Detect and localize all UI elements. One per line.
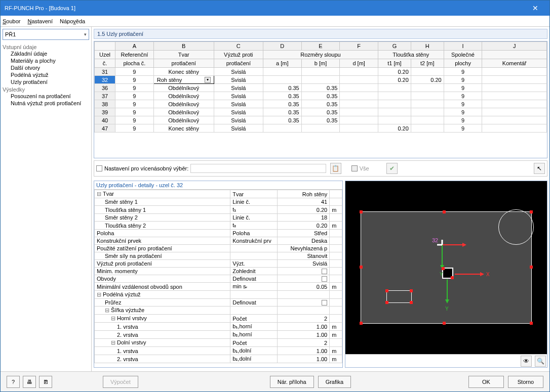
multi-check[interactable] [96, 165, 102, 171]
svg-text:X: X [486, 272, 490, 277]
eye-icon[interactable]: 👁 [521, 356, 532, 367]
svg-marker-10 [445, 299, 449, 303]
tree-cat-results: Výsledky [3, 86, 89, 93]
menu-file[interactable]: Soubor [3, 18, 20, 24]
detail-row[interactable]: Směr síly na protlačeníStanovit [95, 252, 342, 260]
titlebar: RF-PUNCH Pro - [Budova 1] ✕ [1, 1, 549, 16]
all-label: Vše [360, 165, 369, 171]
print-icon[interactable]: 🖶 [23, 376, 36, 388]
tree-item[interactable]: Nutná výztuž proti protlačení [3, 100, 89, 107]
detail-row[interactable]: ⊟Horní vrstvyPočet2 [95, 315, 342, 323]
table-row[interactable]: 329Roh stěny▾Svislá0.200.209 [95, 76, 547, 84]
calculate-button[interactable]: Výpočet [103, 376, 138, 388]
window-title: RF-PUNCH Pro - [Budova 1] [5, 5, 525, 11]
detail-row[interactable]: 1. vrstvab₁,horní1.00m [95, 323, 342, 331]
footer: ? 🖶 🖹 Výpočet Nár. příloha Grafika OK St… [1, 371, 549, 391]
detail-row[interactable]: Směr stěny 2Linie č.18 [95, 214, 342, 222]
all-check[interactable] [351, 165, 358, 171]
details-panel: Uzly protlačení - detaily - uzel č. 32 ⊟… [94, 181, 343, 368]
svg-marker-7 [480, 272, 484, 276]
detail-row[interactable]: Směr stěny 1Linie č.41 [95, 198, 342, 206]
main-grid[interactable]: ABCDEFGHIJ UzelReferenčníTvarVýztuž prot… [94, 41, 547, 158]
detail-row[interactable]: 2. vrstvab₂,horní1.00m [95, 331, 342, 339]
detail-row[interactable]: 2. vrstvab₂,dolní1.00m [95, 355, 342, 363]
detail-row[interactable]: Tloušťka stěny 2t₂0.20m [95, 222, 342, 230]
table-row[interactable]: 409ObdélníkovýSvislá0.350.359 [95, 116, 547, 124]
detail-row[interactable]: PrůřezDefinovat [95, 299, 342, 307]
table-row[interactable]: 369ObdélníkovýSvislá0.350.359 [95, 84, 547, 92]
tree-item[interactable]: Materiály a plochy [3, 57, 89, 64]
tree-item[interactable]: Další otvory [3, 64, 89, 71]
svg-text:Y: Y [445, 306, 449, 312]
tree-item[interactable]: Uzly protlačení [3, 78, 89, 85]
preview-panel: 32 [345, 181, 547, 368]
menu-settings[interactable]: Nastavení [27, 18, 53, 24]
nav-tree: Vstupní údaje Základní údajeMateriály a … [1, 42, 91, 371]
detail-row[interactable]: Výztuž proti protlačeníVýzt.Svislá [95, 260, 342, 268]
zoom-icon[interactable]: 🔍 [535, 356, 546, 367]
details-title: Uzly protlačení - detaily - uzel č. 32 [94, 181, 342, 189]
detail-row[interactable]: ⊟TvarTvarRoh stěny [95, 190, 342, 198]
multi-label: Nastavení pro vícenásobný výběr: [104, 165, 188, 171]
section-title: 1.5 Uzly protlačení [94, 29, 547, 39]
detail-row[interactable]: ⊟Podélná výztuž [95, 291, 342, 299]
detail-row[interactable]: ⊟Šířka výztuže [95, 307, 342, 315]
case-combo[interactable]: PŘ1 ▾ [3, 29, 89, 40]
menubar: Soubor Nastavení Nápověda [1, 16, 549, 27]
detail-row[interactable]: Použité zatížení pro protlačeníNevyhlaze… [95, 245, 342, 252]
pick-icon[interactable]: ↖ [534, 163, 545, 174]
sidebar: PŘ1 ▾ Vstupní údaje Základní údajeMateri… [1, 27, 92, 371]
ok-button[interactable]: OK [468, 376, 504, 388]
case-combo-value: PŘ1 [5, 31, 16, 37]
detail-row[interactable]: ObvodyDefinovat [95, 275, 342, 283]
close-icon[interactable]: ✕ [525, 4, 545, 12]
multi-input[interactable] [190, 164, 326, 173]
detail-row[interactable]: 1. vrstvab₁,dolní1.00m [95, 347, 342, 355]
table-row[interactable]: 479Konec stěnySvislá0.209 [95, 124, 547, 133]
detail-row[interactable]: Tloušťka stěny 1t₁0.20m [95, 206, 342, 214]
annex-button[interactable]: Nár. příloha [270, 376, 314, 388]
detail-row[interactable]: ⊟Dolní vrstvyPočet2 [95, 339, 342, 347]
detail-row[interactable]: Minimální vzdálenost obvodů sponmin sᵣ0.… [95, 283, 342, 291]
help-icon[interactable]: ? [7, 376, 20, 388]
table-row[interactable]: 379ObdélníkovýSvislá0.350.359 [95, 92, 547, 100]
svg-text:Y: Y [440, 272, 443, 277]
filter-icon[interactable]: 📋 [330, 163, 341, 174]
table-row[interactable]: 319Konec stěnySvislá0.209 [95, 68, 547, 76]
multi-select-row: Nastavení pro vícenásobný výběr: 📋 Vše ✔… [94, 160, 547, 177]
apply-icon[interactable]: ✔ [386, 163, 398, 174]
cancel-button[interactable]: Storno [508, 376, 543, 388]
menu-help[interactable]: Nápověda [60, 18, 85, 24]
graphics-button[interactable]: Grafika [318, 376, 351, 388]
svg-marker-1 [462, 243, 466, 247]
detail-row[interactable]: PolohaPolohaStřed [95, 230, 342, 237]
tree-item[interactable]: Základní údaje [3, 50, 89, 57]
tree-cat-input: Vstupní údaje [3, 44, 89, 50]
table-row[interactable]: 389ObdélníkovýSvislá0.350.359 [95, 100, 547, 108]
chevron-down-icon: ▾ [84, 32, 87, 37]
tree-item[interactable]: Posouzení na protlačení [3, 93, 89, 100]
preview-canvas[interactable]: 32 [345, 181, 547, 354]
detail-row[interactable]: Minim. momentyZohlednit [95, 268, 342, 275]
table-row[interactable]: 399ObdélníkovýSvislá0.350.359 [95, 108, 547, 116]
detail-row[interactable]: Konstrukční prvekKonstrukční prvDeska [95, 237, 342, 245]
export-icon[interactable]: 🖹 [39, 376, 52, 388]
tree-item[interactable]: Podélná výztuž [3, 71, 89, 78]
